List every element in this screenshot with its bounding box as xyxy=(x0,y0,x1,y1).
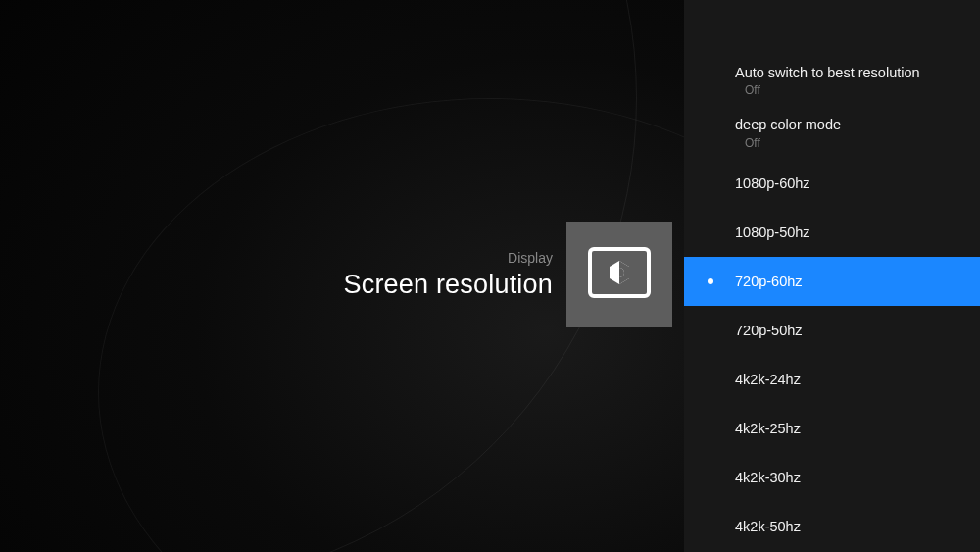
resolution-option[interactable]: 720p-60hz xyxy=(684,257,980,306)
toggle-auto-switch-resolution[interactable]: Auto switch to best resolution Off xyxy=(684,54,980,106)
resolution-label: 4k2k-25hz xyxy=(735,421,801,436)
resolution-label: 4k2k-50hz xyxy=(735,519,801,534)
header-text: Display Screen resolution xyxy=(343,250,553,300)
resolution-option[interactable]: 1080p-60hz xyxy=(684,159,980,208)
resolution-option[interactable]: 4k2k-50hz xyxy=(684,502,980,551)
resolution-label: 720p-50hz xyxy=(735,323,803,338)
resolution-label: 4k2k-24hz xyxy=(735,372,801,387)
toggle-label: Auto switch to best resolution xyxy=(735,63,980,82)
resolution-label: 1080p-60hz xyxy=(735,176,810,191)
display-icon-tile xyxy=(566,222,672,327)
toggle-value: Off xyxy=(745,83,980,97)
resolution-label: 4k2k-30hz xyxy=(735,470,801,485)
breadcrumb: Display xyxy=(508,250,553,266)
settings-panel: Auto switch to best resolution Off deep … xyxy=(684,0,980,552)
page-title: Screen resolution xyxy=(343,270,553,300)
main-background: Display Screen resolution xyxy=(0,0,684,552)
resolution-option[interactable]: 4k2k-25hz xyxy=(684,404,980,453)
toggle-label: deep color mode xyxy=(735,115,980,134)
resolution-list: 1080p-60hz1080p-50hz720p-60hz720p-50hz4k… xyxy=(684,159,980,551)
selected-indicator-icon xyxy=(708,278,713,284)
resolution-option[interactable]: 4k2k-24hz xyxy=(684,355,980,404)
display-brightness-icon xyxy=(588,247,651,302)
toggle-value: Off xyxy=(745,136,980,150)
resolution-label: 720p-60hz xyxy=(735,274,803,289)
header-block: Display Screen resolution xyxy=(343,222,672,327)
resolution-label: 1080p-50hz xyxy=(735,225,810,240)
resolution-option[interactable]: 1080p-50hz xyxy=(684,208,980,257)
resolution-option[interactable]: 4k2k-30hz xyxy=(684,453,980,502)
resolution-option[interactable]: 720p-50hz xyxy=(684,306,980,355)
toggle-deep-color-mode[interactable]: deep color mode Off xyxy=(684,106,980,158)
